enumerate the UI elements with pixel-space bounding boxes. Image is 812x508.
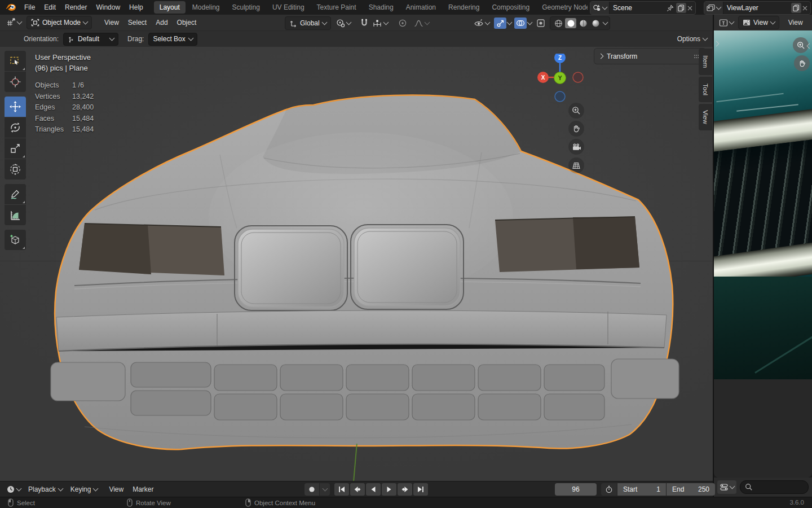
shading-material-button[interactable] bbox=[577, 18, 589, 28]
tab-sculpting[interactable]: Sculpting bbox=[227, 1, 266, 14]
orientation-setting-dropdown[interactable]: Default bbox=[63, 33, 118, 46]
options-dropdown[interactable]: Options bbox=[677, 35, 707, 43]
menu-render[interactable]: Render bbox=[60, 0, 91, 15]
timeline-marker-menu[interactable]: Marker bbox=[128, 485, 158, 493]
play-reverse-button[interactable] bbox=[366, 483, 381, 496]
blender-logo-icon[interactable] bbox=[6, 3, 16, 11]
viewport-3d[interactable]: Orientation: Default Drag: Select Box Op… bbox=[0, 30, 713, 481]
tab-compositing[interactable]: Compositing bbox=[486, 1, 535, 14]
snap-settings-dropdown[interactable] bbox=[371, 17, 390, 29]
mode-dropdown[interactable]: Object Mode bbox=[27, 16, 92, 29]
tab-texture-paint[interactable]: Texture Paint bbox=[311, 1, 362, 14]
image-pan-button[interactable] bbox=[794, 55, 810, 71]
tab-shading[interactable]: Shading bbox=[363, 1, 399, 14]
tool-scale[interactable] bbox=[5, 138, 26, 159]
jump-to-start-button[interactable] bbox=[334, 483, 349, 496]
timeline-editor-type-button[interactable] bbox=[5, 483, 23, 496]
viewlayer-browse-button[interactable] bbox=[704, 2, 723, 14]
car-model[interactable] bbox=[0, 30, 713, 481]
jump-to-end-button[interactable] bbox=[413, 483, 428, 496]
sidebar-tab-view[interactable]: View bbox=[699, 104, 712, 130]
transform-panel-header[interactable]: Transform bbox=[594, 49, 706, 64]
scene-close-button[interactable] bbox=[687, 6, 692, 11]
overlays-dropdown[interactable] bbox=[514, 17, 532, 29]
image-view-mode-dropdown[interactable]: View bbox=[738, 16, 779, 29]
tool-move[interactable] bbox=[5, 97, 26, 117]
viewport-pan-button[interactable] bbox=[568, 121, 584, 137]
end-frame-field[interactable]: End 250 bbox=[667, 483, 715, 496]
image-zoom-button[interactable] bbox=[793, 37, 809, 53]
menu-file[interactable]: File bbox=[20, 0, 39, 15]
editor-type-button[interactable] bbox=[5, 16, 23, 29]
menu-add[interactable]: Add bbox=[151, 19, 172, 27]
proportional-edit-button[interactable] bbox=[396, 17, 409, 29]
autokey-dropdown[interactable] bbox=[320, 483, 330, 496]
gizmos-dropdown[interactable] bbox=[494, 17, 511, 29]
shading-wireframe-button[interactable] bbox=[553, 18, 564, 28]
image-editor-type-button[interactable] bbox=[717, 16, 735, 29]
reference-image[interactable] bbox=[714, 30, 812, 379]
viewport-ortho-button[interactable] bbox=[568, 157, 584, 173]
falloff-dropdown[interactable] bbox=[412, 17, 431, 29]
tab-layout[interactable]: Layout bbox=[154, 1, 186, 14]
menu-object[interactable]: Object bbox=[173, 19, 201, 27]
scene-name[interactable]: Scene bbox=[610, 4, 667, 12]
scene-copy-button[interactable] bbox=[676, 3, 686, 13]
timeline-view-menu[interactable]: View bbox=[104, 485, 128, 493]
sidebar-tab-item[interactable]: Item bbox=[699, 49, 712, 75]
viewlayer-close-button[interactable] bbox=[802, 6, 807, 11]
scene-browse-button[interactable] bbox=[590, 2, 610, 14]
viewport-camera-button[interactable] bbox=[568, 139, 584, 155]
image-menu-image[interactable]: Image bbox=[807, 19, 812, 27]
gizmo-z-neg-axis[interactable] bbox=[555, 91, 565, 102]
tab-modeling[interactable]: Modeling bbox=[187, 1, 226, 14]
prev-keyframe-button[interactable] bbox=[350, 483, 365, 496]
viewlayer-selector[interactable]: ViewLayer bbox=[704, 1, 811, 15]
properties-editor-type-button[interactable] bbox=[717, 480, 736, 494]
panel-expand-icon[interactable] bbox=[598, 54, 604, 59]
shading-rendered-button[interactable] bbox=[590, 18, 601, 28]
properties-search-input[interactable] bbox=[740, 480, 809, 494]
menu-window[interactable]: Window bbox=[91, 0, 125, 15]
menu-select[interactable]: Select bbox=[123, 19, 151, 27]
tool-add-primitive[interactable] bbox=[5, 230, 26, 250]
gizmo-x-neg-axis[interactable] bbox=[573, 72, 583, 82]
viewlayer-copy-button[interactable] bbox=[791, 3, 801, 13]
proportional-icon bbox=[398, 19, 407, 28]
tab-geometry-nodes[interactable]: Geometry Nodes bbox=[536, 1, 588, 14]
pivot-dropdown[interactable] bbox=[334, 17, 352, 29]
xray-toggle-button[interactable] bbox=[535, 17, 547, 29]
orientation-dropdown[interactable]: Global bbox=[285, 16, 331, 30]
viewport-zoom-button[interactable] bbox=[568, 103, 584, 119]
tool-rotate[interactable] bbox=[5, 117, 26, 138]
image-menu-view[interactable]: View bbox=[784, 19, 807, 27]
tool-cursor[interactable] bbox=[5, 72, 26, 92]
drag-setting-dropdown[interactable]: Select Box bbox=[148, 33, 197, 46]
tab-animation[interactable]: Animation bbox=[400, 1, 442, 14]
play-button[interactable] bbox=[382, 483, 396, 496]
use-preview-range-button[interactable] bbox=[601, 483, 617, 496]
start-frame-field[interactable]: Start 1 bbox=[617, 483, 666, 496]
navigation-gizmo[interactable]: Z X Y bbox=[536, 54, 586, 103]
tab-rendering[interactable]: Rendering bbox=[443, 1, 485, 14]
shading-solid-button[interactable] bbox=[565, 18, 576, 28]
viewlayer-name[interactable]: ViewLayer bbox=[723, 4, 791, 12]
visibility-dropdown[interactable] bbox=[472, 17, 491, 29]
autokey-button[interactable] bbox=[304, 483, 319, 496]
playback-menu[interactable]: Playback bbox=[28, 485, 63, 493]
current-frame-field[interactable]: 96 bbox=[555, 483, 597, 496]
pin-icon[interactable] bbox=[667, 5, 674, 12]
sidebar-tab-tool[interactable]: Tool bbox=[699, 77, 712, 102]
scene-selector[interactable]: Scene bbox=[590, 1, 696, 15]
next-keyframe-button[interactable] bbox=[398, 483, 412, 496]
tool-measure[interactable] bbox=[5, 205, 26, 225]
tool-select-box[interactable] bbox=[5, 51, 26, 71]
snap-toggle-button[interactable] bbox=[358, 17, 370, 29]
tool-annotate[interactable] bbox=[5, 184, 26, 204]
tool-transform[interactable] bbox=[5, 159, 26, 179]
tab-uv-editing[interactable]: UV Editing bbox=[267, 1, 310, 14]
menu-help[interactable]: Help bbox=[125, 0, 148, 15]
menu-view[interactable]: View bbox=[100, 19, 123, 27]
keying-menu[interactable]: Keying bbox=[70, 485, 98, 493]
menu-edit[interactable]: Edit bbox=[39, 0, 60, 15]
